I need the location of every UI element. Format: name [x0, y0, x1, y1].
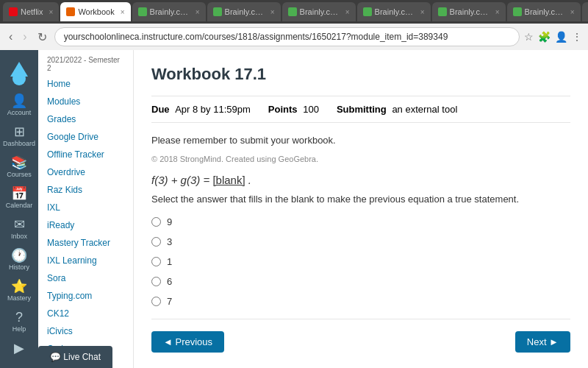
sidebar-link-overdrive[interactable]: Overdrive [38, 163, 133, 181]
nav-icon-3: 📅 [11, 187, 27, 200]
browser-tab-5[interactable]: Brainly.co...× [357, 2, 431, 21]
browser-tab-4[interactable]: Brainly.co...× [282, 2, 356, 21]
sidebar-link-ixl-learning[interactable]: IXL Learning [38, 252, 133, 269]
radio-option-3: 3 [151, 236, 570, 247]
left-nav-item-[interactable]: ▶ [1, 337, 37, 361]
nav-label-6: Mastery [7, 294, 31, 302]
radio-label-9: 9 [167, 216, 172, 227]
radio-label-1: 1 [167, 256, 172, 267]
sidebar: 2021/2022 - Semester 2 HomeModulesGrades… [38, 50, 134, 368]
nav-buttons: ◄ Previous Next ► [151, 319, 570, 353]
live-chat-label: 💬 Live Chat [50, 352, 101, 362]
browser-tab-0[interactable]: Netflix× [3, 2, 59, 21]
address-input[interactable] [54, 27, 520, 46]
submitting-value: an external tool [392, 104, 457, 115]
sidebar-link-iready[interactable]: iReady [38, 216, 133, 234]
nav-label-7: Help [12, 325, 26, 333]
radio-input-6[interactable] [151, 277, 161, 286]
extensions-button[interactable]: 🧩 [538, 31, 551, 43]
nav-label-1: Dashboard [3, 140, 35, 147]
radio-option-6: 6 [151, 276, 570, 287]
sidebar-link-sora[interactable]: Sora [38, 269, 133, 287]
browser-tab-7[interactable]: Brainly.co...× [507, 2, 581, 21]
left-nav: 👤Account⊞Dashboard📚Courses📅Calendar✉Inbo… [0, 50, 38, 368]
left-nav-item-account[interactable]: 👤Account [1, 90, 37, 121]
left-nav-item-mastery[interactable]: ⭐Mastery [1, 275, 37, 306]
sidebar-link-offline-tracker[interactable]: Offline Tracker [38, 146, 133, 163]
profile-button[interactable]: 👤 [555, 31, 567, 43]
radio-input-7[interactable] [151, 297, 161, 306]
radio-label-6: 6 [167, 276, 172, 287]
sidebar-link-grades[interactable]: Grades [38, 110, 133, 128]
radio-options: 93167 [151, 216, 570, 307]
sidebar-link-ck12[interactable]: CK12 [38, 305, 133, 322]
live-chat-button[interactable]: 💬 Live Chat [38, 346, 112, 368]
points-label: Points [268, 104, 298, 115]
sidebar-link-raz-kids[interactable]: Raz Kids [38, 181, 133, 199]
left-nav-item-help[interactable]: ?Help [1, 306, 37, 337]
copyright-text: © 2018 StrongMind. Created using GeoGebr… [151, 155, 570, 163]
bookmark-button[interactable]: ☆ [524, 31, 534, 43]
sidebar-link-icivics[interactable]: iCivics [38, 322, 133, 340]
radio-option-9: 9 [151, 216, 570, 227]
nav-icon-4: ✉ [14, 218, 25, 231]
nav-icon-0: 👤 [11, 94, 27, 107]
left-nav-item-calendar[interactable]: 📅Calendar [1, 183, 37, 213]
nav-label-3: Calendar [6, 202, 33, 209]
browser-tab-8[interactable]: Use the fu...× [582, 2, 588, 21]
equation: f(3) + g(3) = [blank] . [151, 174, 570, 186]
browser-tab-2[interactable]: Brainly.co...× [132, 2, 206, 21]
equation-blank: [blank] [212, 174, 245, 186]
nav-label-5: History [9, 263, 29, 271]
nav-icon-2: 📚 [11, 156, 27, 169]
nav-icon-7: ? [15, 311, 23, 324]
menu-button[interactable]: ⋮ [572, 31, 582, 43]
sidebar-link-modules[interactable]: Modules [38, 93, 133, 110]
radio-input-9[interactable] [151, 217, 161, 227]
sidebar-link-mastery-tracker[interactable]: Mastery Tracker [38, 234, 133, 252]
left-nav-item-inbox[interactable]: ✉Inbox [1, 213, 37, 244]
back-button[interactable]: ‹ [6, 29, 15, 45]
due-label: Due [151, 104, 170, 115]
radio-option-7: 7 [151, 296, 570, 307]
due-value: Apr 8 by 11:59pm [175, 104, 251, 115]
tab-bar: Netflix×Workbook×Brainly.co...×Brainly.c… [0, 0, 588, 24]
browser-tab-6[interactable]: Brainly.co...× [432, 2, 506, 21]
browser-tab-3[interactable]: Brainly.co...× [207, 2, 281, 21]
nav-icon-5: 🕐 [11, 249, 27, 262]
radio-input-3[interactable] [151, 237, 161, 247]
address-bar-row: ‹ › ↻ ☆ 🧩 👤 ⋮ [0, 24, 588, 50]
main-content: Workbook 17.1 Due Apr 8 by 11:59pm Point… [134, 50, 588, 368]
logo-circle [12, 72, 26, 85]
nav-icon-8: ▶ [14, 342, 24, 355]
school-logo [7, 56, 31, 88]
reminder-text: Please remember to submit your workbook. [151, 135, 570, 146]
forward-button[interactable]: › [20, 29, 29, 45]
previous-button[interactable]: ◄ Previous [151, 331, 224, 353]
sidebar-link-google-drive[interactable]: Google Drive [38, 128, 133, 146]
meta-row: Due Apr 8 by 11:59pm Points 100 Submitti… [151, 96, 570, 123]
radio-label-7: 7 [167, 296, 172, 307]
points-value: 100 [303, 104, 319, 115]
radio-input-1[interactable] [151, 257, 161, 266]
semester-label: 2021/2022 - Semester 2 [38, 50, 133, 75]
sidebar-link-home[interactable]: Home [38, 75, 133, 93]
left-nav-item-history[interactable]: 🕐History [1, 244, 37, 275]
left-nav-item-courses[interactable]: 📚Courses [1, 152, 37, 183]
sidebar-link-typing.com[interactable]: Typing.com [38, 287, 133, 305]
left-nav-item-dashboard[interactable]: ⊞Dashboard [1, 121, 37, 152]
page-title: Workbook 17.1 [151, 65, 570, 84]
nav-icons: ☆ 🧩 👤 ⋮ [524, 31, 582, 43]
radio-label-3: 3 [167, 236, 172, 247]
nav-icon-6: ⭐ [11, 280, 27, 293]
browser-tab-1[interactable]: Workbook× [60, 2, 130, 21]
refresh-button[interactable]: ↻ [35, 29, 50, 46]
app: 👤Account⊞Dashboard📚Courses📅Calendar✉Inbo… [0, 50, 588, 368]
sidebar-link-ixl[interactable]: IXL [38, 199, 133, 216]
nav-icon-1: ⊞ [14, 125, 25, 138]
browser-chrome: Netflix×Workbook×Brainly.co...×Brainly.c… [0, 0, 588, 50]
nav-label-0: Account [7, 109, 32, 116]
equation-pre: f(3) + g(3) = [151, 174, 209, 186]
instruction-text: Select the answer that fills in the blan… [151, 194, 570, 205]
next-button[interactable]: Next ► [515, 331, 570, 353]
